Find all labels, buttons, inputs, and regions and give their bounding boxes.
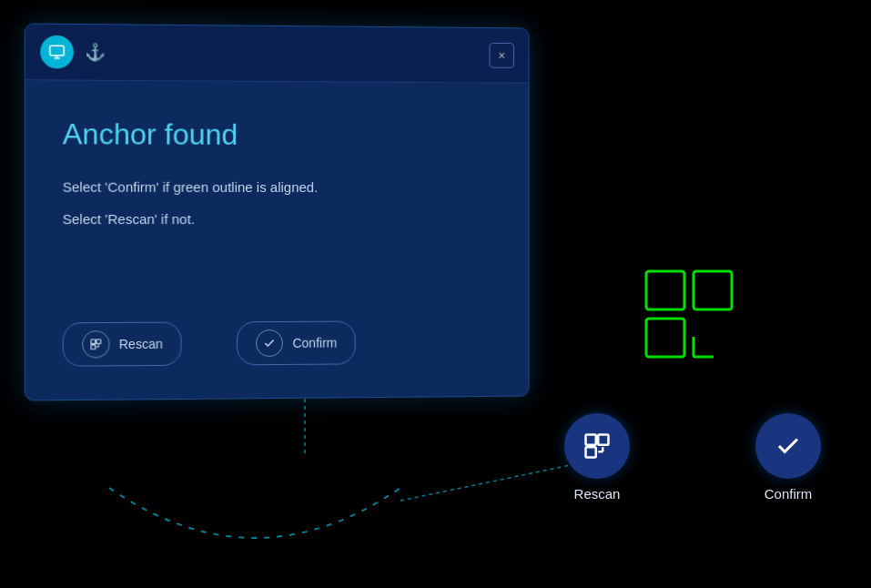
floating-confirm-label: Confirm: [765, 486, 813, 502]
anchor-grid: [639, 264, 739, 364]
svg-rect-2: [50, 46, 64, 56]
panel-app-icon: [40, 35, 74, 69]
svg-rect-13: [586, 447, 596, 457]
panel-buttons: Rescan Confirm: [63, 321, 356, 367]
panel-rescan-icon: [82, 330, 110, 358]
floating-rescan-label: Rescan: [574, 486, 621, 502]
svg-rect-11: [586, 435, 596, 445]
panel-confirm-button[interactable]: Confirm: [237, 321, 356, 366]
panel-rescan-label: Rescan: [119, 337, 163, 351]
svg-rect-8: [646, 271, 684, 309]
svg-rect-6: [96, 340, 101, 344]
floating-confirm-section: Confirm: [755, 413, 821, 502]
panel-title: Anchor found: [63, 117, 493, 153]
floating-confirm-button[interactable]: [755, 413, 821, 479]
panel-confirm-label: Confirm: [292, 336, 337, 350]
panel-titlebar: ⚓ ×: [25, 25, 529, 84]
svg-rect-7: [91, 345, 96, 350]
panel-confirm-icon: [256, 329, 283, 357]
svg-rect-9: [694, 271, 732, 309]
panel-instruction-1: Select 'Confirm' if green outline is ali…: [63, 177, 493, 198]
svg-rect-5: [91, 340, 96, 344]
close-button[interactable]: ×: [490, 43, 514, 68]
panel-rescan-button[interactable]: Rescan: [63, 322, 182, 367]
panel-instruction-2: Select 'Rescan' if not.: [63, 208, 493, 229]
arc-decoration: [73, 470, 437, 579]
floating-rescan-section: Rescan: [564, 413, 630, 502]
svg-rect-12: [598, 435, 608, 445]
svg-rect-10: [646, 319, 684, 357]
floating-rescan-button[interactable]: [564, 413, 630, 479]
main-panel: ⚓ × Anchor found Select 'Confirm' if gre…: [25, 23, 530, 400]
panel-content: Anchor found Select 'Confirm' if green o…: [25, 80, 529, 268]
anchor-icon: ⚓: [85, 42, 105, 62]
